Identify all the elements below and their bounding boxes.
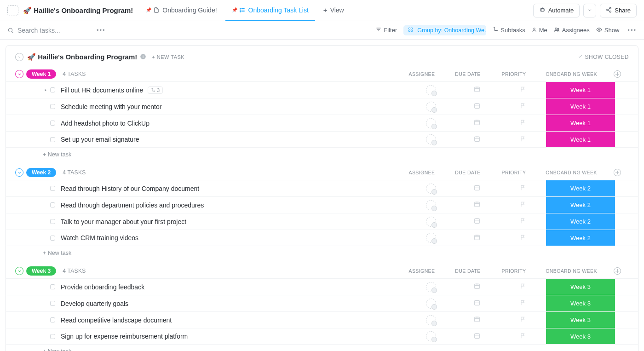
due-date-placeholder[interactable] — [473, 217, 481, 226]
tab-onboarding-guide-[interactable]: 📌Onboarding Guide! — [139, 0, 223, 21]
onboarding-week-tag[interactable]: Week 1 — [546, 82, 615, 98]
group-collapse-toggle[interactable] — [15, 168, 23, 177]
list-title[interactable]: 🚀 Haillie's Onboarding Program! — [23, 6, 133, 15]
due-date-placeholder[interactable] — [473, 119, 481, 127]
task-row[interactable]: Watch CRM training videosWeek 2 — [6, 230, 638, 246]
priority-placeholder[interactable] — [520, 234, 526, 242]
col-priority[interactable]: PRIORITY — [502, 268, 526, 274]
task-status-checkbox[interactable] — [50, 87, 55, 92]
task-row[interactable]: Add headshot photo to ClickUpWeek 1 — [6, 115, 638, 131]
assignees-button[interactable]: Assignees — [554, 27, 590, 34]
task-row[interactable]: Fill out HR documents online3Week 1 — [6, 81, 638, 98]
search-input[interactable]: Search tasks... — [7, 27, 90, 34]
task-status-checkbox[interactable] — [50, 334, 55, 339]
onboarding-week-tag[interactable]: Week 2 — [546, 197, 615, 213]
automate-button[interactable]: Automate — [533, 4, 580, 17]
priority-placeholder[interactable] — [520, 136, 526, 144]
col-due[interactable]: DUE DATE — [455, 170, 481, 175]
task-row[interactable]: Provide onboarding feedbackWeek 3 — [6, 278, 638, 295]
expand-caret-icon[interactable] — [43, 88, 48, 92]
onboarding-week-tag[interactable]: Week 2 — [546, 213, 615, 230]
assignee-placeholder[interactable] — [426, 233, 436, 243]
priority-placeholder[interactable] — [520, 184, 526, 192]
share-button[interactable]: Share — [600, 4, 637, 17]
task-name[interactable]: Schedule meeting with your mentor — [61, 103, 161, 110]
task-name[interactable]: Read through History of our Company docu… — [61, 185, 199, 192]
priority-placeholder[interactable] — [520, 218, 526, 225]
task-status-checkbox[interactable] — [50, 284, 55, 289]
task-name[interactable]: Read competitive landscape document — [61, 316, 172, 324]
show-closed-button[interactable]: SHOW CLOSED — [578, 54, 629, 60]
tab-onboarding-task-list[interactable]: 📌Onboarding Task List — [225, 0, 315, 21]
due-date-placeholder[interactable] — [473, 86, 481, 94]
info-icon[interactable] — [140, 53, 146, 61]
filter-button[interactable]: Filter — [376, 27, 397, 34]
task-row[interactable]: Talk to your manager about your first pr… — [6, 213, 638, 230]
task-row[interactable]: Schedule meeting with your mentorWeek 1 — [6, 98, 638, 115]
priority-placeholder[interactable] — [520, 299, 526, 307]
assignee-placeholder[interactable] — [426, 200, 436, 210]
assignee-placeholder[interactable] — [426, 85, 436, 95]
assignee-placeholder[interactable] — [426, 282, 436, 292]
search-more-icon[interactable]: ••• — [97, 27, 106, 34]
priority-placeholder[interactable] — [520, 283, 526, 291]
priority-placeholder[interactable] — [520, 119, 526, 127]
due-date-placeholder[interactable] — [473, 316, 481, 324]
assignee-placeholder[interactable] — [426, 134, 436, 144]
onboarding-week-tag[interactable]: Week 3 — [546, 312, 615, 328]
task-status-checkbox[interactable] — [50, 317, 55, 322]
group-by-chip[interactable]: Group by: Onboarding We... — [403, 25, 486, 35]
task-status-checkbox[interactable] — [50, 219, 55, 224]
task-name[interactable]: Develop quarterly goals — [61, 300, 128, 307]
task-status-checkbox[interactable] — [50, 121, 55, 126]
priority-placeholder[interactable] — [520, 103, 526, 110]
add-column-button[interactable] — [614, 267, 621, 275]
assignee-placeholder[interactable] — [426, 331, 436, 341]
col-priority[interactable]: PRIORITY — [502, 170, 526, 175]
show-button[interactable]: Show — [596, 27, 620, 34]
group-pill[interactable]: Week 2 — [26, 168, 56, 177]
add-view-button[interactable]: +View — [317, 0, 351, 21]
due-date-placeholder[interactable] — [473, 299, 481, 308]
priority-placeholder[interactable] — [520, 316, 526, 324]
onboarding-week-tag[interactable]: Week 3 — [546, 279, 615, 295]
due-date-placeholder[interactable] — [473, 282, 481, 291]
task-row[interactable]: Read through History of our Company docu… — [6, 180, 638, 196]
due-date-placeholder[interactable] — [473, 102, 481, 111]
task-row[interactable]: Read through department policies and pro… — [6, 196, 638, 213]
col-week[interactable]: ONBOARDING WEEK — [546, 268, 597, 274]
assignee-placeholder[interactable] — [426, 184, 436, 194]
task-status-checkbox[interactable] — [50, 301, 55, 306]
task-name[interactable]: Provide onboarding feedback — [61, 283, 144, 291]
task-status-checkbox[interactable] — [50, 186, 55, 191]
task-row[interactable]: Read competitive landscape documentWeek … — [6, 311, 638, 328]
task-name[interactable]: Set up your email signature — [61, 136, 139, 143]
panel-new-task[interactable]: + NEW TASK — [152, 54, 184, 60]
col-week[interactable]: ONBOARDING WEEK — [546, 71, 597, 77]
onboarding-week-tag[interactable]: Week 1 — [546, 132, 615, 147]
onboarding-week-tag[interactable]: Week 3 — [546, 328, 615, 344]
col-week[interactable]: ONBOARDING WEEK — [546, 170, 597, 175]
task-status-checkbox[interactable] — [50, 236, 55, 241]
onboarding-week-tag[interactable]: Week 1 — [546, 98, 615, 115]
due-date-placeholder[interactable] — [473, 332, 481, 341]
add-column-button[interactable] — [614, 169, 621, 176]
group-pill[interactable]: Week 1 — [26, 69, 56, 79]
task-name[interactable]: Fill out HR documents online — [61, 86, 143, 94]
new-task-button[interactable]: + New task — [6, 246, 638, 256]
task-status-checkbox[interactable] — [50, 202, 55, 207]
due-date-placeholder[interactable] — [473, 135, 481, 144]
task-name[interactable]: Talk to your manager about your first pr… — [61, 218, 186, 225]
group-collapse-toggle[interactable] — [15, 70, 23, 78]
due-date-placeholder[interactable] — [473, 201, 481, 209]
assignee-placeholder[interactable] — [426, 102, 436, 112]
new-task-button[interactable]: + New task — [6, 148, 638, 158]
onboarding-week-tag[interactable]: Week 3 — [546, 295, 615, 311]
filter-more-icon[interactable]: ••• — [627, 27, 637, 34]
priority-placeholder[interactable] — [520, 333, 526, 340]
task-status-checkbox[interactable] — [50, 137, 55, 142]
col-priority[interactable]: PRIORITY — [502, 71, 526, 77]
automate-dropdown[interactable] — [583, 4, 596, 17]
me-button[interactable]: Me — [532, 27, 547, 34]
task-name[interactable]: Add headshot photo to ClickUp — [61, 120, 150, 127]
